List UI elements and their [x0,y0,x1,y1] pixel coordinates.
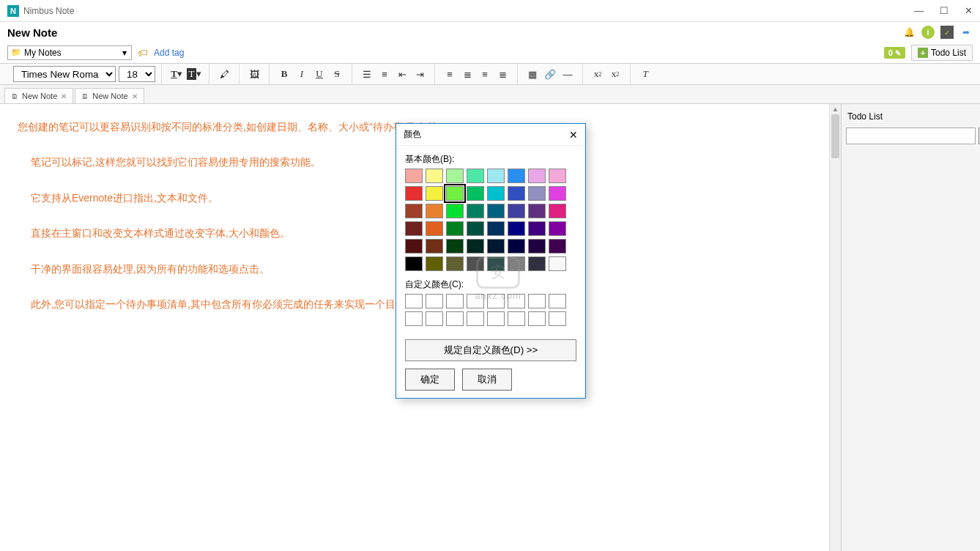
bell-icon[interactable]: 🔔 [902,26,916,39]
highlighter-icon[interactable]: 🖍 [215,66,233,82]
vertical-scrollbar[interactable]: ▲ [829,104,841,551]
tag-icon[interactable]: 🏷 [138,47,148,59]
color-swatch[interactable] [549,186,566,201]
color-swatch[interactable] [528,239,546,254]
define-custom-color-button[interactable]: 规定自定义颜色(D) >> [405,339,576,361]
color-swatch[interactable] [405,239,423,254]
custom-color-swatch[interactable] [528,294,546,308]
color-swatch[interactable] [405,256,423,271]
add-tag-link[interactable]: Add tag [154,48,184,58]
horizontal-rule-icon[interactable]: — [559,66,576,82]
color-swatch[interactable] [426,239,443,254]
color-swatch[interactable] [426,256,443,271]
color-swatch[interactable] [549,204,566,218]
color-swatch[interactable] [446,186,464,201]
indent-icon[interactable]: ⇥ [411,66,428,82]
color-swatch[interactable] [487,256,505,271]
color-swatch[interactable] [487,221,505,236]
color-swatch[interactable] [487,186,505,201]
color-swatch[interactable] [487,204,505,218]
italic-button[interactable]: I [293,66,311,82]
link-icon[interactable]: 🔗 [541,66,559,82]
custom-color-swatch[interactable] [426,294,443,308]
color-swatch[interactable] [426,204,443,218]
custom-color-swatch[interactable] [487,294,505,308]
check-icon[interactable]: ✓ [940,26,954,39]
custom-color-swatch[interactable] [487,311,505,326]
notification-badge[interactable]: 0 [884,47,905,59]
color-swatch[interactable] [446,204,464,218]
color-swatch[interactable] [405,221,423,236]
color-swatch[interactable] [467,221,484,236]
color-swatch[interactable] [549,239,566,254]
color-swatch[interactable] [528,204,546,218]
color-swatch[interactable] [508,169,525,183]
color-swatch[interactable] [467,186,484,201]
document-tab[interactable]: 🗎 New Note ✕ [4,88,73,103]
color-swatch[interactable] [549,256,566,271]
bullet-list-icon[interactable]: ☰ [358,66,376,82]
custom-color-swatch[interactable] [405,311,423,326]
color-swatch[interactable] [528,169,546,183]
info-icon[interactable]: i [921,26,935,39]
color-swatch[interactable] [508,186,525,201]
color-swatch[interactable] [467,239,484,254]
align-justify-icon[interactable]: ≣ [494,66,511,82]
folder-select[interactable]: My Notes [7,45,132,60]
custom-color-swatch[interactable] [467,294,484,308]
superscript-button[interactable]: x2 [589,66,606,82]
scroll-up-icon[interactable]: ▲ [830,104,841,114]
window-close-icon[interactable]: ✕ [965,5,973,16]
color-swatch[interactable] [549,221,566,236]
color-swatch[interactable] [426,169,443,183]
outdent-icon[interactable]: ⇤ [393,66,411,82]
color-swatch[interactable] [405,186,423,201]
custom-color-swatch[interactable] [508,294,525,308]
custom-color-swatch[interactable] [426,311,443,326]
todo-input[interactable] [846,127,976,144]
color-swatch[interactable] [467,256,484,271]
numbered-list-icon[interactable]: ≡ [376,66,393,82]
color-swatch[interactable] [487,239,505,254]
custom-color-swatch[interactable] [446,294,464,308]
clear-formatting-icon[interactable]: T [636,66,654,82]
font-size-select[interactable]: 18 [119,66,155,82]
color-swatch[interactable] [426,186,443,201]
font-family-select[interactable]: Times New Roman [13,66,116,82]
custom-color-swatch[interactable] [467,311,484,326]
image-icon[interactable]: 🖼 [245,66,263,82]
color-swatch[interactable] [446,221,464,236]
color-swatch[interactable] [467,169,484,183]
color-swatch[interactable] [487,169,505,183]
align-center-icon[interactable]: ≣ [459,66,476,82]
bold-button[interactable]: B [275,66,293,82]
window-maximize-icon[interactable]: ☐ [940,5,949,16]
color-swatch[interactable] [508,204,525,218]
custom-color-swatch[interactable] [549,311,566,326]
color-swatch[interactable] [426,221,443,236]
text-color-button[interactable]: T▾ [168,66,185,82]
scroll-thumb[interactable] [831,114,839,158]
color-swatch[interactable] [405,169,423,183]
text-highlight-button[interactable]: T▾ [185,66,203,82]
color-swatch[interactable] [549,169,566,183]
subscript-button[interactable]: x2 [606,66,624,82]
color-swatch[interactable] [446,256,464,271]
tab-close-icon[interactable]: ✕ [61,92,67,100]
ok-button[interactable]: 确定 [405,369,455,391]
color-swatch[interactable] [528,221,546,236]
dialog-close-icon[interactable]: ✕ [569,129,578,141]
share-icon[interactable]: ➦ [959,26,973,39]
align-right-icon[interactable]: ≡ [476,66,494,82]
custom-color-swatch[interactable] [405,294,423,308]
custom-color-swatch[interactable] [446,311,464,326]
cancel-button[interactable]: 取消 [462,369,512,391]
table-icon[interactable]: ▦ [524,66,541,82]
color-swatch[interactable] [446,239,464,254]
custom-color-swatch[interactable] [508,311,525,326]
color-swatch[interactable] [528,186,546,201]
underline-button[interactable]: U [311,66,328,82]
color-swatch[interactable] [508,221,525,236]
todo-list-button[interactable]: + Todo List [911,45,973,61]
tab-close-icon[interactable]: ✕ [132,92,138,100]
